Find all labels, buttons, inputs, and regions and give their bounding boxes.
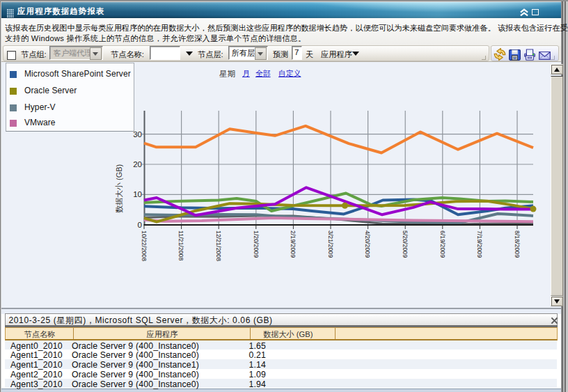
svg-text:10: 10 [133, 190, 142, 198]
svg-text:4/20/2009: 4/20/2009 [364, 230, 371, 258]
svg-text:5/20/2009: 5/20/2009 [402, 230, 409, 258]
svg-text:12/21/2008: 12/21/2008 [215, 230, 222, 261]
svg-text:20: 20 [133, 160, 142, 168]
svg-text:6/19/2009: 6/19/2009 [439, 230, 446, 258]
svg-text:11/21/2008: 11/21/2008 [178, 230, 184, 260]
svg-text:数据大小 (GB): 数据大小 (GB) [115, 164, 123, 213]
svg-text:10/22/2008: 10/22/2008 [141, 230, 148, 261]
svg-text:3/21/2009: 3/21/2009 [327, 230, 334, 258]
svg-text:1/20/2009: 1/20/2009 [253, 230, 260, 258]
svg-text:0: 0 [138, 221, 142, 229]
svg-text:7/19/2009: 7/19/2009 [476, 230, 483, 258]
svg-text:8/18/2009: 8/18/2009 [514, 230, 521, 258]
svg-text:2/19/2009: 2/19/2009 [290, 230, 297, 258]
svg-text:30: 30 [133, 130, 142, 139]
